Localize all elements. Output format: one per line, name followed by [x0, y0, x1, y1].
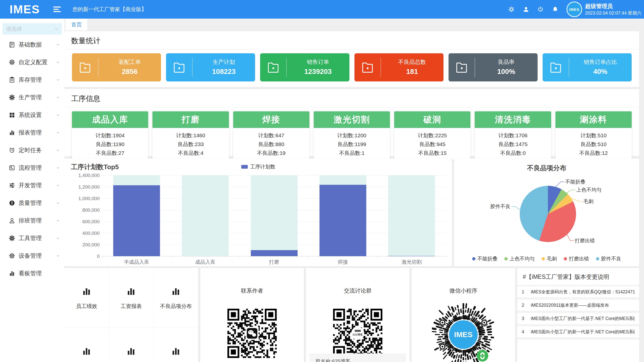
sidebar-menu-item[interactable]: 流程管理 — [0, 159, 64, 176]
sidebar-menu-item[interactable]: 质量管理 — [0, 194, 64, 212]
power-icon[interactable] — [537, 6, 544, 13]
sidebar-menu-item[interactable]: 看板管理 — [0, 264, 64, 282]
sidebar-menu-item[interactable]: 设备管理 — [0, 247, 64, 264]
sidebar-menu-item[interactable]: 自定义配置 — [0, 53, 64, 71]
legend-dot — [564, 257, 567, 260]
menu-item-label: 自定义配置 — [19, 58, 48, 66]
chevron-down-icon — [56, 201, 60, 205]
sidebar-menu-item[interactable]: 定时任务 — [0, 141, 64, 159]
process-card: 清洗消毒 计划数:1706 良品数:1475 不良品数:0 — [475, 111, 551, 160]
process-plan: 计划数:1460 — [152, 132, 229, 139]
charts-row: 工序计划数Top5 工序计划数 1,400,0001,200,0001,000,… — [64, 159, 639, 266]
stat-label: 装配工单 — [98, 59, 161, 66]
sidebar-select[interactable]: 请选择 — [3, 23, 62, 35]
process-bad: 不良品数:27 — [72, 150, 148, 157]
user-icon[interactable] — [523, 6, 529, 13]
menu-item-label: 开发管理 — [19, 182, 42, 189]
miniprogram-qr-code — [432, 303, 495, 362]
sidebar-menu-item[interactable]: 报表管理 — [0, 124, 64, 141]
menu-item-icon — [9, 76, 15, 83]
changelog-num: 2 — [522, 303, 531, 308]
changelog-text: iMES面向小型工厂的新一代基于.NET Core的MES系统__移动端 — [531, 315, 635, 322]
report-shortcut[interactable]: 生产报表 — [109, 328, 153, 362]
folder-icon — [166, 60, 192, 75]
stat-value: 40% — [569, 67, 632, 76]
pie-legend-item[interactable]: 毛刺 — [542, 255, 557, 262]
process-good: 良品数:1475 — [475, 141, 551, 148]
sidebar-menu-item[interactable]: 工具管理 — [0, 229, 64, 247]
changelog-row[interactable]: 2 iMES20220911版本更新——桌面端发布 — [517, 300, 639, 313]
app-title: 您的新一代工厂管家【商业版】 — [72, 6, 146, 13]
stat-cards: 装配工单 2856 生产计划 108223 销售订单 1239203 不良品总数… — [64, 50, 639, 81]
legend-label: 胶件不良 — [601, 255, 621, 262]
stat-label: 生产计划 — [192, 59, 255, 66]
chevron-down-icon — [56, 131, 60, 134]
changelog-panel: #【iMES工厂管家】版本变更说明 1 iMES全套源码出售，有意的联系QQ/微… — [517, 268, 639, 362]
menu-toggle-icon[interactable] — [53, 5, 61, 13]
card-text: 良品率 100% — [475, 59, 538, 76]
sidebar-menu-item[interactable]: 库存管理 — [0, 71, 64, 88]
report-shortcut[interactable]: 员工绩效 — [64, 268, 109, 328]
process-bad: 不良品数:4 — [152, 150, 229, 157]
chevron-down-icon — [56, 43, 60, 47]
menu-item-label: 排班管理 — [19, 217, 42, 224]
bar-chart-icon — [81, 286, 92, 297]
group-qr-code — [333, 309, 382, 358]
report-shortcut[interactable]: 工资报表 — [109, 268, 153, 328]
pie-label: 打磨出错 — [575, 238, 595, 243]
qr-group-caption: 群名称:625博客 群 号:200884004 — [309, 353, 406, 362]
sidebar-menu-item[interactable]: 排班管理 — [0, 212, 64, 229]
process-stats: 计划数:1706 良品数:1475 不良品数:0 — [475, 128, 551, 160]
app-root: IMES 您的新一代工厂管家【商业版】 IMES 超级管理员 2023.02.0… — [0, 0, 644, 362]
bar-焊接 — [319, 185, 366, 256]
shortcut-label: 不良品项分布 — [160, 303, 192, 310]
pie-legend-item[interactable]: 胶件不良 — [596, 255, 621, 262]
card-text: 不良品总数 181 — [381, 59, 444, 76]
qr-group-panel: 交流讨论群 群名称:625博客 群 号:200884004 — [306, 268, 410, 362]
chevron-down-icon — [56, 254, 60, 258]
process-stats: 计划数:2225 良品数:945 不良品数:15 — [394, 128, 470, 160]
report-shortcut[interactable]: 不良品项分布 — [154, 268, 198, 328]
changelog-row[interactable]: 3 iMES面向小型工厂的新一代基于.NET Core的MES系统__移动端 — [517, 313, 639, 326]
process-good: 良品数:1199 — [314, 141, 390, 148]
changelog-text: iMES面向小型工厂的新一代基于.NET Core的MES系统__PC端 — [531, 329, 635, 335]
report-shortcut[interactable]: 不良品项汇总 — [64, 328, 109, 362]
sidebar-menu-item[interactable]: 系统设置 — [0, 106, 64, 124]
legend-label: 毛刺 — [547, 255, 557, 262]
topbar: IMES 您的新一代工厂管家【商业版】 IMES 超级管理员 2023.02.0… — [0, 0, 644, 19]
report-shortcut[interactable]: 产量统计 — [154, 328, 198, 362]
sidebar: 请选择 基础数据 自定义配置 库存管理 生产管理 系统设置 — [0, 19, 64, 362]
chevron-down-icon — [56, 113, 60, 117]
chevron-down-icon — [56, 96, 60, 99]
settings-icon[interactable] — [508, 6, 515, 13]
menu-item-icon — [9, 200, 15, 206]
x-axis-label: 打磨 — [240, 259, 308, 265]
pie-legend-item[interactable]: 上色不均匀 — [504, 255, 535, 262]
bar-chart-icon — [171, 286, 181, 297]
sidebar-menu-item[interactable]: 基础数据 — [0, 36, 64, 53]
process-stats: 计划数:1904 良品数:1190 不良品数:27 — [72, 128, 148, 160]
bar-chart-plot: 1,400,0001,200,0001,000,000800,000600,00… — [64, 159, 452, 266]
sidebar-menu-item[interactable]: 生产管理 — [0, 88, 64, 106]
pie-legend-item[interactable]: 不能折叠 — [472, 255, 498, 262]
process-name: 清洗消毒 — [475, 111, 551, 128]
tab-home[interactable]: 首页 — [66, 19, 87, 30]
stat-label: 销售订单 — [287, 59, 349, 66]
menu-item-icon — [9, 59, 15, 66]
menu-item-label: 质量管理 — [19, 199, 42, 207]
bell-icon[interactable] — [552, 6, 558, 13]
menu-item-icon — [9, 235, 15, 242]
process-section-title: 工序信息 — [64, 89, 639, 107]
changelog-row[interactable]: 1 iMES全套源码出售，有意的联系QQ/微信：514224717 — [517, 286, 639, 300]
pie-label: 不能折叠 — [565, 179, 585, 185]
brand-logo: IMES — [10, 3, 40, 16]
stat-label: 不良品总数 — [381, 59, 444, 66]
menu-item-icon — [9, 112, 15, 118]
avatar[interactable]: IMES — [567, 2, 582, 17]
pie-legend-item[interactable]: 打磨出错 — [564, 255, 589, 262]
process-plan: 计划数:1200 — [314, 132, 390, 139]
x-axis-label: 激光切割 — [377, 259, 446, 265]
process-plan: 计划数:647 — [233, 132, 309, 139]
sidebar-menu-item[interactable]: 开发管理 — [0, 176, 64, 194]
changelog-row[interactable]: 4 iMES面向小型工厂的新一代基于.NET Core的MES系统__PC端 — [517, 326, 639, 340]
